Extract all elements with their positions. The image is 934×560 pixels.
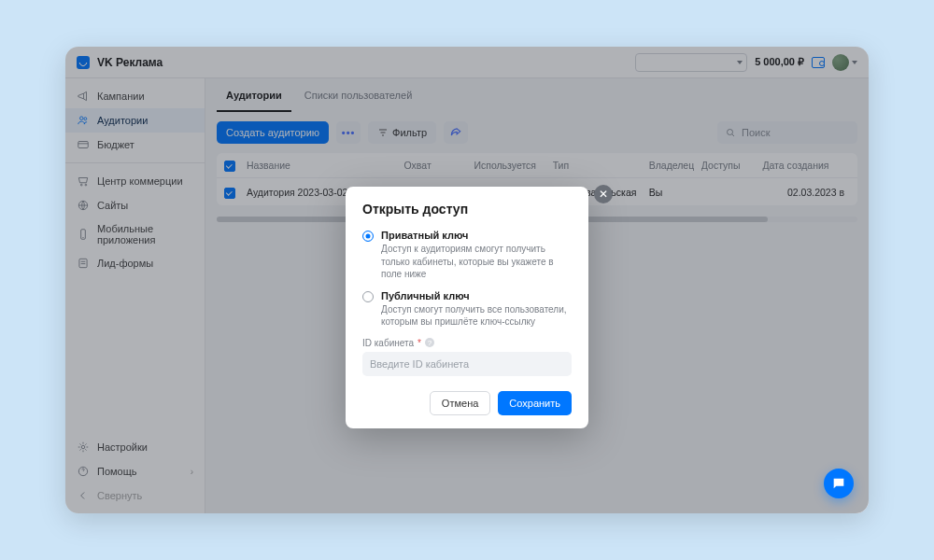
cancel-button[interactable]: Отмена: [430, 391, 490, 415]
help-icon[interactable]: ?: [425, 338, 434, 347]
modal-overlay[interactable]: ✕ Открыть доступ Приватный ключ Доступ к…: [65, 47, 869, 513]
option-private-desc: Доступ к аудиториям смогут получить толь…: [381, 243, 572, 281]
share-access-modal: ✕ Открыть доступ Приватный ключ Доступ к…: [346, 187, 588, 428]
option-public-desc: Доступ смогут получить все пользователи,…: [381, 303, 572, 329]
close-icon: ✕: [599, 188, 608, 201]
cabinet-id-input[interactable]: [362, 352, 572, 376]
option-public-label: Публичный ключ: [381, 290, 572, 301]
option-private[interactable]: Приватный ключ Доступ к аудиториям смогу…: [362, 230, 572, 281]
radio-private[interactable]: [362, 231, 374, 242]
close-button[interactable]: ✕: [594, 185, 613, 203]
option-private-label: Приватный ключ: [381, 230, 572, 241]
cabinet-id-label: ID кабинета* ?: [362, 338, 572, 348]
app-window: VK Реклама 5 000,00 ₽ Кампании Аудитории: [65, 47, 869, 513]
option-public[interactable]: Публичный ключ Доступ смогут получить вс…: [362, 290, 572, 329]
chat-fab[interactable]: [824, 469, 854, 498]
chat-icon: [831, 476, 846, 491]
modal-title: Открыть доступ: [362, 202, 572, 217]
save-button[interactable]: Сохранить: [498, 391, 572, 415]
radio-public[interactable]: [362, 291, 374, 302]
